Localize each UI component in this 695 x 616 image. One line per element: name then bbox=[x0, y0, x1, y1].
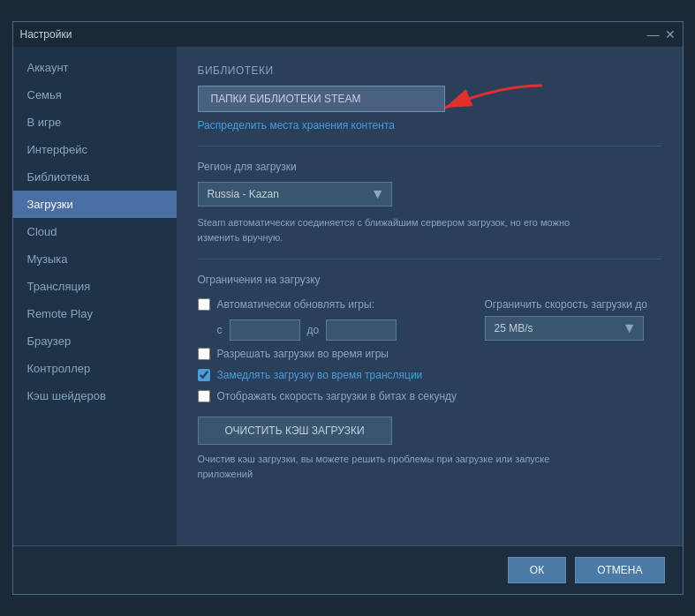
folders-btn-wrapper: ПАПКИ БИБЛИОТЕКИ STEAM bbox=[198, 86, 445, 112]
left-restrictions: Автоматически обновлять игры: с до bbox=[198, 298, 397, 341]
slow-download-row: Замедлять загрузку во время трансляции bbox=[198, 369, 661, 381]
sidebar-item-interface[interactable]: Интерфейс bbox=[13, 136, 177, 163]
region-select[interactable]: Russia - Kazan bbox=[198, 182, 392, 207]
sidebar-item-broadcast[interactable]: Трансляция bbox=[13, 273, 177, 300]
slow-download-label: Замедлять загрузку во время трансляции bbox=[217, 369, 423, 381]
slow-download-checkbox[interactable] bbox=[198, 369, 210, 381]
libraries-title: Библиотеки bbox=[198, 64, 661, 77]
clear-cache-button[interactable]: ОЧИСТИТЬ КЭШ ЗАГРУЗКИ bbox=[198, 417, 392, 445]
settings-window: Настройки — ✕ Аккаунт Семья В игре Интер… bbox=[12, 21, 684, 595]
sidebar-item-browser[interactable]: Браузер bbox=[13, 327, 177, 355]
speed-limit-label: Ограничить скорость загрузки до bbox=[485, 298, 661, 311]
auto-update-row: Автоматически обновлять игры: bbox=[198, 298, 397, 311]
speed-select[interactable]: 25 MB/s bbox=[485, 316, 644, 341]
show-speed-checkbox[interactable] bbox=[198, 390, 210, 402]
auto-update-checkbox[interactable] bbox=[198, 298, 210, 311]
region-info-text: Steam автоматически соединяется с ближай… bbox=[198, 215, 604, 244]
speed-select-wrapper: 25 MB/s ▼ bbox=[485, 316, 644, 341]
restrictions-top-row: Автоматически обновлять игры: с до Огран… bbox=[198, 298, 661, 341]
auto-update-label: Автоматически обновлять игры: bbox=[217, 298, 374, 311]
speed-limit-section: Ограничить скорость загрузки до 25 MB/s … bbox=[485, 298, 661, 341]
to-label: до bbox=[307, 324, 320, 336]
sidebar-item-family[interactable]: Семья bbox=[13, 81, 177, 109]
window-title: Настройки bbox=[20, 28, 72, 41]
minimize-button[interactable]: — bbox=[647, 28, 660, 41]
show-speed-row: Отображать скорость загрузки в битах в с… bbox=[198, 390, 661, 402]
title-controls: — ✕ bbox=[647, 28, 676, 41]
region-title: Регион для загрузки bbox=[198, 161, 661, 173]
divider-2 bbox=[198, 259, 661, 259]
title-bar: Настройки — ✕ bbox=[13, 22, 683, 47]
divider-1 bbox=[198, 146, 661, 146]
distribute-link[interactable]: Распределить места хранения контента bbox=[198, 119, 661, 131]
region-select-wrapper: Russia - Kazan ▼ bbox=[198, 182, 392, 207]
from-time-input[interactable] bbox=[230, 319, 300, 341]
sidebar-item-cloud[interactable]: Cloud bbox=[13, 218, 177, 245]
sidebar: Аккаунт Семья В игре Интерфейс Библиотек… bbox=[13, 47, 177, 545]
allow-download-checkbox[interactable] bbox=[198, 348, 210, 360]
sidebar-item-remote-play[interactable]: Remote Play bbox=[13, 300, 177, 327]
sidebar-item-library[interactable]: Библиотека bbox=[13, 163, 177, 191]
from-label: с bbox=[217, 324, 223, 336]
sidebar-item-account[interactable]: Аккаунт bbox=[13, 54, 177, 81]
cancel-button[interactable]: ОТМЕНА bbox=[575, 557, 664, 583]
main-panel: Библиотеки ПАПКИ БИБЛИОТЕКИ STEAM Распре… bbox=[177, 47, 683, 545]
sidebar-item-shader-cache[interactable]: Кэш шейдеров bbox=[13, 382, 177, 409]
clear-cache-info: Очистив кэш загрузки, вы можете решить п… bbox=[198, 452, 604, 481]
content-area: Аккаунт Семья В игре Интерфейс Библиотек… bbox=[13, 47, 683, 545]
allow-download-label: Разрешать загрузки во время игры bbox=[217, 348, 389, 360]
ok-button[interactable]: ОК bbox=[508, 557, 566, 583]
to-time-input[interactable] bbox=[326, 319, 397, 341]
restrictions-title: Ограничения на загрузку bbox=[198, 274, 661, 286]
sidebar-item-ingame[interactable]: В игре bbox=[13, 109, 177, 136]
show-speed-label: Отображать скорость загрузки в битах в с… bbox=[217, 390, 457, 402]
steam-folders-button[interactable]: ПАПКИ БИБЛИОТЕКИ STEAM bbox=[198, 86, 445, 112]
bottom-bar: ОК ОТМЕНА bbox=[13, 545, 683, 594]
allow-download-row: Разрешать загрузки во время игры bbox=[198, 348, 661, 360]
sidebar-item-music[interactable]: Музыка bbox=[13, 245, 177, 273]
sidebar-item-downloads[interactable]: Загрузки bbox=[13, 191, 177, 218]
close-button[interactable]: ✕ bbox=[665, 28, 676, 41]
sidebar-item-controller[interactable]: Контроллер bbox=[13, 355, 177, 382]
from-to-block: с до bbox=[217, 319, 397, 341]
